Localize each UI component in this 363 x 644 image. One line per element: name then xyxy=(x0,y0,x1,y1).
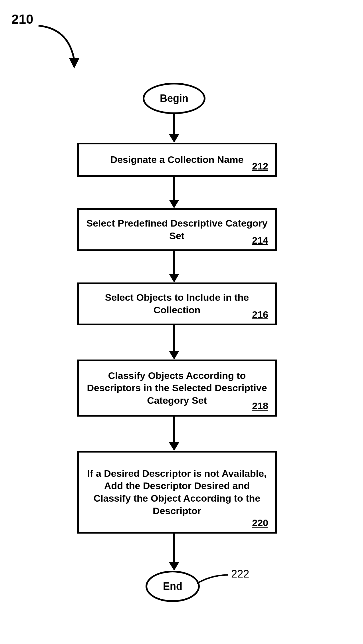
svg-marker-0 xyxy=(69,58,79,68)
step-number: 220 xyxy=(252,517,268,528)
arrow-icon xyxy=(166,417,183,451)
process-step: If a Desired Descriptor is not Available… xyxy=(77,451,277,534)
arrow-icon xyxy=(166,534,183,571)
step-text: Designate a Collection Name xyxy=(86,154,268,166)
arrow-icon xyxy=(166,114,183,143)
step-number: 216 xyxy=(252,309,268,320)
arrow-icon xyxy=(34,20,86,68)
terminal-end: End xyxy=(146,571,200,602)
end-reference-label: 222 xyxy=(231,568,249,580)
step-number: 214 xyxy=(252,235,268,246)
step-number: 212 xyxy=(252,161,268,172)
terminal-begin-text: Begin xyxy=(160,92,188,104)
step-text: Classify Objects According to Descriptor… xyxy=(86,370,268,407)
terminal-begin: Begin xyxy=(143,83,205,114)
arrow-icon xyxy=(166,325,183,360)
terminal-end-text: End xyxy=(163,580,182,592)
step-text: Select Objects to Include in the Collect… xyxy=(86,291,268,316)
process-step: Designate a Collection Name 212 xyxy=(77,143,277,177)
step-number: 218 xyxy=(252,400,268,411)
step-text: Select Predefined Descriptive Category S… xyxy=(86,217,268,242)
process-step: Select Predefined Descriptive Category S… xyxy=(77,208,277,251)
step-text: If a Desired Descriptor is not Available… xyxy=(86,467,268,517)
arrow-icon xyxy=(166,177,183,208)
process-step: Select Objects to Include in the Collect… xyxy=(77,282,277,325)
flowchart-canvas: 210 Begin Designate a Collection Name 21… xyxy=(0,0,363,644)
leader-line xyxy=(197,574,231,591)
arrow-icon xyxy=(166,251,183,282)
process-step: Classify Objects According to Descriptor… xyxy=(77,360,277,417)
figure-number-label: 210 xyxy=(11,11,33,27)
